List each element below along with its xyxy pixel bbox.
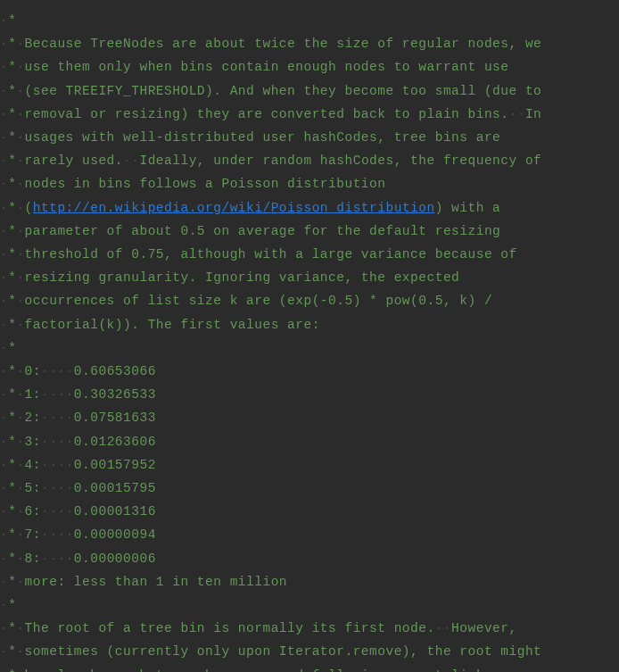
code-line: ·*·use them only when bins contain enoug… <box>0 55 619 79</box>
code-line: ·*·0:····0.60653066 <box>0 360 619 383</box>
code-line: ·*·rarely used.··Ideally, under random h… <box>0 149 619 172</box>
code-line: ·*·parameter of about 0.5 on average for… <box>0 220 619 243</box>
code-line: ·*·occurrences of list size k are (exp(-… <box>0 289 619 312</box>
code-line: ·*·4:····0.00157952 <box>0 453 619 477</box>
code-line: ·*·be elsewhere, but can be recovered fo… <box>0 664 619 672</box>
code-line: ·*·2:····0.07581633 <box>0 406 619 429</box>
code-line: ·*·Because TreeNodes are about twice the… <box>0 32 619 55</box>
code-line: ·*·factorial(k)). The first values are: <box>0 313 619 336</box>
doc-link[interactable]: http://en.wikipedia.org/wiki/Poisson_dis… <box>33 201 435 215</box>
code-line: ·*·5:····0.00015795 <box>0 477 619 500</box>
code-line: ·*·6:····0.00001316 <box>0 500 619 523</box>
code-line: ·*·nodes in bins follows a Poisson distr… <box>0 172 619 195</box>
code-line: ·*·(see TREEIFY_THRESHOLD). And when the… <box>0 79 619 103</box>
code-line: ·*·8:····0.00000006 <box>0 547 619 570</box>
code-line: ·* <box>0 336 619 360</box>
code-line: ·*·(http://en.wikipedia.org/wiki/Poisson… <box>0 196 619 220</box>
code-line: ·*·more: less than 1 in ten million <box>0 570 619 593</box>
code-line: ·*·1:····0.30326533 <box>0 383 619 406</box>
code-line: ·*·7:····0.00000094 <box>0 523 619 546</box>
code-line: ·*·resizing granularity. Ignoring varian… <box>0 266 619 289</box>
code-line: ·*·3:····0.01263606 <box>0 430 619 453</box>
code-line: ·*·removal or resizing) they are convert… <box>0 103 619 126</box>
code-line: ·* <box>0 9 619 32</box>
code-line: ·*·usages with well-distributed user has… <box>0 126 619 149</box>
code-line: ·*·The root of a tree bin is normally it… <box>0 617 619 640</box>
code-line: ·*·sometimes (currently only upon Iterat… <box>0 640 619 663</box>
code-line: ·* <box>0 593 619 617</box>
code-line: ·*·threshold of 0.75, although with a la… <box>0 243 619 266</box>
code-editor[interactable]: ·*·*·Because TreeNodes are about twice t… <box>0 0 619 672</box>
